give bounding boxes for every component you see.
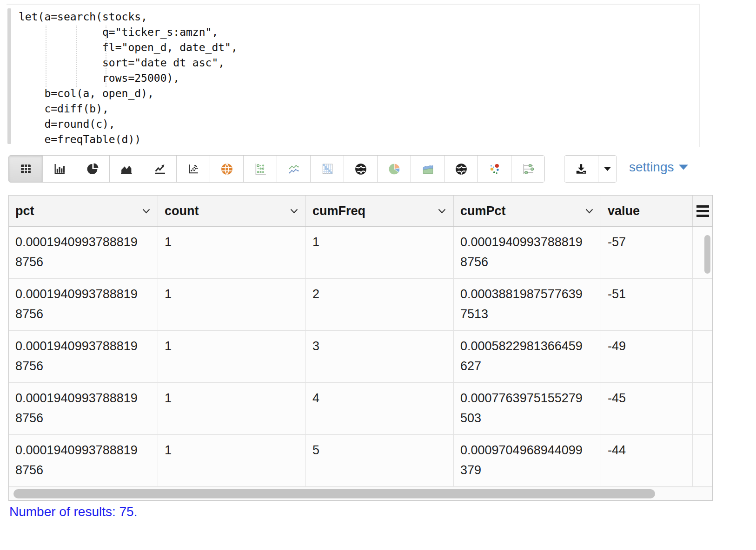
- cell-count: 1: [158, 331, 306, 382]
- cell-value: -45: [601, 383, 693, 434]
- cell-pct: 0.00019409937888198756: [9, 227, 158, 278]
- chevron-down-icon: [585, 209, 593, 214]
- cell-cumPct: 0.00019409937888198756: [454, 227, 601, 278]
- code-line: rows=25000),: [19, 71, 699, 86]
- column-label: count: [165, 204, 199, 218]
- table-row: 0.00019409937888198756 1 2 0.00038819875…: [9, 279, 712, 331]
- scroll-gutter: [693, 279, 712, 330]
- scroll-gutter: [693, 331, 712, 382]
- scroll-gutter: [693, 435, 712, 486]
- scatter-plot-icon: [187, 163, 199, 175]
- chevron-down-icon: [142, 209, 150, 214]
- cell-cumPct: 0.00038819875776397513: [454, 279, 601, 330]
- code-content[interactable]: let(a=search(stocks, q="ticker_s:amzn", …: [7, 5, 699, 147]
- column-label: cumPct: [460, 204, 506, 218]
- column-label: pct: [15, 204, 34, 218]
- area-color-icon: [421, 163, 434, 176]
- cell-value: -44: [601, 435, 693, 486]
- cell-cumFreq: 4: [306, 383, 454, 434]
- column-header-cumFreq[interactable]: cumFreq: [306, 196, 454, 226]
- table-row: 0.00019409937888198756 1 1 0.00019409937…: [9, 227, 712, 279]
- cell-count: 1: [158, 435, 306, 486]
- column-label: value: [608, 204, 640, 218]
- multi-line-chart-button[interactable]: [277, 156, 310, 182]
- globe-orange-icon: [220, 163, 233, 176]
- download-button-group: [564, 155, 617, 183]
- code-line: d=round(c),: [19, 117, 699, 132]
- horizontal-scrollbar-track[interactable]: [9, 487, 712, 500]
- code-line: e=freqTable(d)): [19, 132, 699, 147]
- dot-plot-button[interactable]: [511, 156, 544, 182]
- cell-count: 1: [158, 383, 306, 434]
- cell-value: -57: [601, 227, 693, 278]
- area-chart-button[interactable]: [109, 156, 143, 182]
- cell-pct: 0.00019409937888198756: [9, 383, 158, 434]
- code-line: fl="open_d, date_dt",: [19, 40, 699, 55]
- settings-link[interactable]: settings: [629, 160, 689, 175]
- chevron-down-icon: [438, 209, 446, 214]
- heatmap-button[interactable]: [310, 156, 344, 182]
- world-map-button[interactable]: [344, 156, 377, 182]
- hamburger-icon: [696, 205, 709, 217]
- download-button[interactable]: [564, 156, 598, 182]
- cell-cumFreq: 3: [306, 331, 454, 382]
- cell-cumPct: 0.0009704968944099379: [454, 435, 601, 486]
- globe-dark-2-icon: [455, 163, 468, 176]
- column-header-value[interactable]: value: [601, 196, 693, 226]
- columns-menu-button[interactable]: [693, 196, 712, 226]
- cell-value: -49: [601, 331, 693, 382]
- cell-cumPct: 0.0005822981366459627: [454, 331, 601, 382]
- table-row: 0.00019409937888198756 1 3 0.00058229813…: [9, 331, 712, 383]
- indent-guide: [106, 26, 106, 87]
- column-header-count[interactable]: count: [158, 196, 306, 226]
- cell-pct: 0.00019409937888198756: [9, 331, 158, 382]
- bar-chart-button[interactable]: [42, 156, 76, 182]
- cell-cumPct: 0.0007763975155279503: [454, 383, 601, 434]
- cell-value: -51: [601, 279, 693, 330]
- code-line: let(a=search(stocks,: [19, 9, 699, 25]
- pie-chart-icon: [86, 163, 99, 175]
- column-header-cumPct[interactable]: cumPct: [454, 196, 601, 226]
- area-chart-color-button[interactable]: [411, 156, 444, 182]
- bubble-matrix-button[interactable]: [243, 156, 277, 182]
- cell-cumFreq: 1: [306, 227, 454, 278]
- indent-guide: [76, 26, 77, 87]
- bubble-matrix-icon: [254, 163, 267, 176]
- chevron-down-icon: [290, 209, 298, 214]
- editor-left-scrollbar[interactable]: [7, 8, 11, 144]
- table-body: 0.00019409937888198756 1 1 0.00019409937…: [9, 227, 712, 487]
- cell-cumFreq: 5: [306, 435, 454, 486]
- cell-cumFreq: 2: [306, 279, 454, 330]
- scatter-color-icon: [488, 163, 501, 176]
- column-header-pct[interactable]: pct: [9, 196, 158, 226]
- cell-count: 1: [158, 227, 306, 278]
- pie-color-icon: [388, 163, 401, 176]
- settings-label: settings: [629, 160, 674, 175]
- world-map-2-button[interactable]: [444, 156, 477, 182]
- scatter-plot-button[interactable]: [176, 156, 210, 182]
- pie-chart-button[interactable]: [76, 156, 109, 182]
- line-chart-button[interactable]: [143, 156, 176, 182]
- table-row: 0.00019409937888198756 1 4 0.00077639751…: [9, 383, 712, 435]
- chart-type-buttons: [8, 155, 545, 183]
- scroll-gutter: [693, 383, 712, 434]
- caret-down-icon: [678, 164, 689, 170]
- caret-down-icon: [603, 166, 611, 172]
- table-row: 0.00019409937888198756 1 5 0.00097049689…: [9, 435, 712, 487]
- code-line: b=col(a, open_d),: [19, 86, 699, 101]
- table-icon: [20, 163, 32, 175]
- horizontal-scrollbar[interactable]: [13, 489, 655, 498]
- visualization-toolbar: settings: [0, 155, 756, 183]
- scatter-color-button[interactable]: [477, 156, 511, 182]
- pie-chart-color-button[interactable]: [377, 156, 411, 182]
- cell-pct: 0.00019409937888198756: [9, 279, 158, 330]
- code-line: sort="date_dt asc",: [19, 55, 699, 71]
- code-editor[interactable]: let(a=search(stocks, q="ticker_s:amzn", …: [7, 4, 700, 147]
- indent-guide: [46, 26, 46, 87]
- vertical-scrollbar[interactable]: [704, 235, 710, 274]
- results-count: Number of results: 75.: [9, 504, 137, 519]
- map-globe-button[interactable]: [210, 156, 243, 182]
- bar-chart-icon: [53, 163, 66, 175]
- download-options-button[interactable]: [598, 156, 617, 182]
- table-view-button[interactable]: [9, 156, 42, 182]
